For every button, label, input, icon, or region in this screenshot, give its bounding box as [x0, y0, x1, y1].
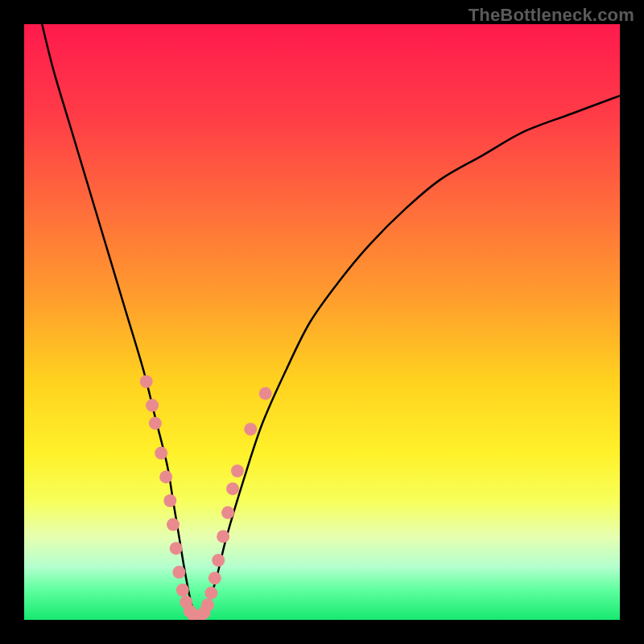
- sample-marker: [212, 554, 225, 567]
- plot-area: [24, 24, 620, 620]
- sample-marker: [167, 518, 180, 531]
- sample-marker: [146, 399, 159, 412]
- sample-marker: [176, 584, 189, 597]
- sample-marker: [231, 464, 244, 477]
- marker-group: [140, 375, 272, 620]
- sample-marker: [140, 375, 153, 388]
- sample-marker: [226, 482, 239, 495]
- watermark-text: TheBottleneck.com: [469, 5, 634, 26]
- sample-marker: [149, 417, 162, 430]
- sample-marker: [163, 494, 176, 507]
- sample-marker: [217, 530, 229, 543]
- sample-marker: [208, 572, 221, 584]
- sample-marker: [172, 566, 185, 579]
- sample-marker: [155, 447, 167, 460]
- sample-marker: [170, 542, 183, 555]
- chart-svg: [24, 24, 620, 620]
- sample-marker: [221, 506, 234, 519]
- sample-marker: [204, 587, 217, 600]
- sample-marker: [259, 387, 272, 400]
- sample-marker: [201, 599, 214, 612]
- sample-marker: [159, 470, 172, 483]
- chart-frame: TheBottleneck.com: [0, 0, 644, 644]
- sample-marker: [244, 423, 257, 436]
- bottleneck-curve: [42, 24, 620, 620]
